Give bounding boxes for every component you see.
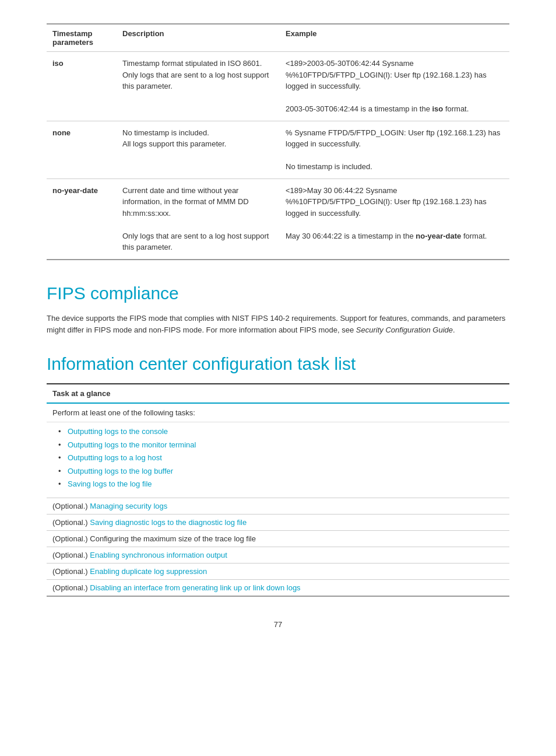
optional-dup-suppression: (Optional.) Enabling duplicate log suppr… bbox=[47, 563, 509, 579]
link-saving-logs[interactable]: Saving logs to the log file bbox=[68, 480, 152, 488]
perform-row: Perform at least one of the following ta… bbox=[47, 403, 509, 422]
page-number: 77 bbox=[47, 620, 509, 629]
link-log-buffer[interactable]: Outputting logs to the log buffer bbox=[68, 467, 173, 475]
task-table: Task at a glance Perform at least one of… bbox=[47, 383, 509, 597]
table-row: iso Timestamp format stipulated in ISO 8… bbox=[47, 52, 509, 121]
link-disabling-interface[interactable]: Disabling an interface from generating l… bbox=[90, 583, 300, 592]
col-header-param: Timestamp parameters bbox=[47, 24, 117, 52]
list-item: Saving logs to the log file bbox=[58, 478, 504, 490]
optional-saving-diagnostic: (Optional.) Saving diagnostic logs to th… bbox=[47, 514, 509, 530]
col-header-example: Example bbox=[280, 24, 509, 52]
bullet-list: Outputting logs to the console Outputtin… bbox=[52, 426, 504, 490]
example-no-year-date: <189>May 30 06:44:22 Sysname %%10FTPD/5/… bbox=[280, 178, 509, 260]
table-row: none No timestamp is included. All logs … bbox=[47, 121, 509, 178]
link-log-host[interactable]: Outputting logs to a log host bbox=[68, 453, 162, 462]
optional-row: (Optional.) Enabling synchronous informa… bbox=[47, 547, 509, 563]
example-iso: <189>2003-05-30T06:42:44 Sysname %%10FTP… bbox=[280, 52, 509, 121]
link-managing-security[interactable]: Managing security logs bbox=[90, 502, 167, 510]
timestamp-table: Timestamp parameters Description Example… bbox=[47, 23, 509, 260]
fips-title: FIPS compliance bbox=[47, 284, 509, 303]
info-center-title: Information center configuration task li… bbox=[47, 354, 509, 374]
link-monitor[interactable]: Outputting logs to the monitor terminal bbox=[68, 440, 196, 449]
bullets-row: Outputting logs to the console Outputtin… bbox=[47, 422, 509, 498]
list-item: Outputting logs to the log buffer bbox=[58, 466, 504, 477]
param-none: none bbox=[47, 121, 117, 178]
optional-managing-security: (Optional.) Managing security logs bbox=[47, 498, 509, 514]
task-header-row: Task at a glance bbox=[47, 384, 509, 403]
link-dup-suppression[interactable]: Enabling duplicate log suppression bbox=[90, 567, 207, 576]
optional-row: (Optional.) Enabling duplicate log suppr… bbox=[47, 563, 509, 579]
optional-disabling-interface: (Optional.) Disabling an interface from … bbox=[47, 579, 509, 596]
list-item: Outputting logs to the monitor terminal bbox=[58, 439, 504, 451]
perform-text: Perform at least one of the following ta… bbox=[47, 403, 509, 422]
list-item: Outputting logs to the console bbox=[58, 426, 504, 438]
example-none: % Sysname FTPD/5/FTPD_LOGIN: User ftp (1… bbox=[280, 121, 509, 178]
optional-max-trace: (Optional.) Configuring the maximum size… bbox=[47, 530, 509, 547]
col-header-desc: Description bbox=[117, 24, 280, 52]
optional-row: (Optional.) Disabling an interface from … bbox=[47, 579, 509, 596]
list-item: Outputting logs to a log host bbox=[58, 452, 504, 464]
link-sync-info[interactable]: Enabling synchronous information output bbox=[90, 551, 227, 559]
optional-row: (Optional.) Managing security logs bbox=[47, 498, 509, 514]
desc-none: No timestamp is included. All logs suppo… bbox=[117, 121, 280, 178]
optional-row: (Optional.) Saving diagnostic logs to th… bbox=[47, 514, 509, 530]
param-no-year-date: no-year-date bbox=[47, 178, 117, 260]
bullets-cell: Outputting logs to the console Outputtin… bbox=[47, 422, 509, 498]
link-saving-diagnostic[interactable]: Saving diagnostic logs to the diagnostic… bbox=[90, 518, 247, 527]
optional-row: (Optional.) Configuring the maximum size… bbox=[47, 530, 509, 547]
link-console[interactable]: Outputting logs to the console bbox=[68, 427, 168, 436]
fips-body: The device supports the FIPS mode that c… bbox=[47, 313, 509, 337]
desc-no-year-date: Current date and time without year infor… bbox=[117, 178, 280, 260]
table-row: no-year-date Current date and time witho… bbox=[47, 178, 509, 260]
desc-iso: Timestamp format stipulated in ISO 8601.… bbox=[117, 52, 280, 121]
param-iso: iso bbox=[47, 52, 117, 121]
optional-sync-info: (Optional.) Enabling synchronous informa… bbox=[47, 547, 509, 563]
task-header-label: Task at a glance bbox=[47, 384, 509, 403]
